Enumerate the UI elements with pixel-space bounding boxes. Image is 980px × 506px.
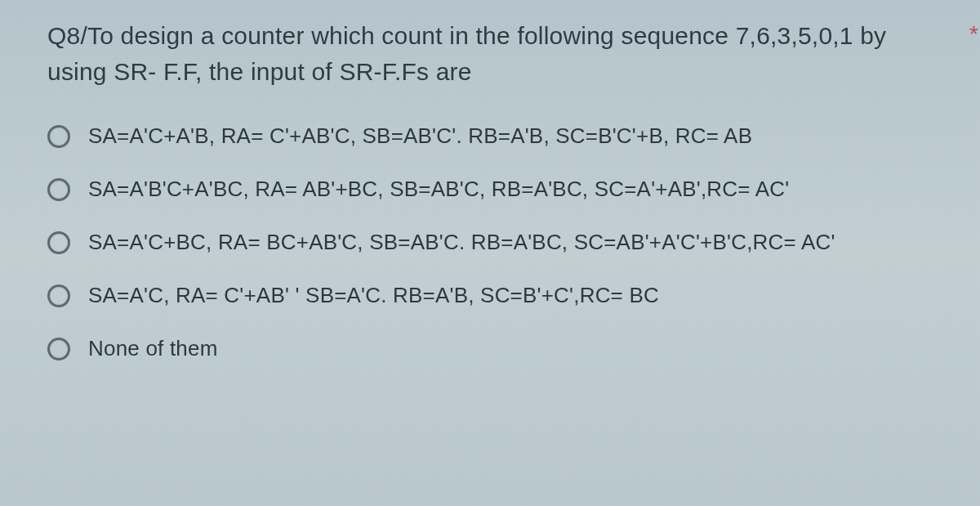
radio-icon[interactable] bbox=[47, 125, 70, 148]
question-text: Q8/To design a counter which count in th… bbox=[47, 18, 931, 89]
radio-icon[interactable] bbox=[47, 231, 70, 254]
option-item[interactable]: SA=A'C+A'B, RA= C'+AB'C, SB=AB'C'. RB=A'… bbox=[47, 123, 931, 149]
options-list: SA=A'C+A'B, RA= C'+AB'C, SB=AB'C'. RB=A'… bbox=[47, 123, 931, 361]
required-mark: * bbox=[969, 23, 978, 46]
option-item[interactable]: None of them bbox=[47, 336, 931, 361]
option-label: SA=A'C+BC, RA= BC+AB'C, SB=AB'C. RB=A'BC… bbox=[88, 230, 931, 255]
radio-icon[interactable] bbox=[47, 338, 70, 360]
option-item[interactable]: SA=A'C, RA= C'+AB' ' SB=A'C. RB=A'B, SC=… bbox=[47, 283, 931, 308]
option-label: None of them bbox=[88, 336, 931, 361]
option-label: SA=A'B'C+A'BC, RA= AB'+BC, SB=AB'C, RB=A… bbox=[88, 177, 931, 202]
radio-icon[interactable] bbox=[47, 284, 70, 307]
option-item[interactable]: SA=A'C+BC, RA= BC+AB'C, SB=AB'C. RB=A'BC… bbox=[47, 230, 931, 255]
radio-icon[interactable] bbox=[47, 178, 70, 201]
option-label: SA=A'C, RA= C'+AB' ' SB=A'C. RB=A'B, SC=… bbox=[88, 283, 931, 308]
option-item[interactable]: SA=A'B'C+A'BC, RA= AB'+BC, SB=AB'C, RB=A… bbox=[47, 177, 931, 202]
option-label: SA=A'C+A'B, RA= C'+AB'C, SB=AB'C'. RB=A'… bbox=[88, 123, 931, 149]
